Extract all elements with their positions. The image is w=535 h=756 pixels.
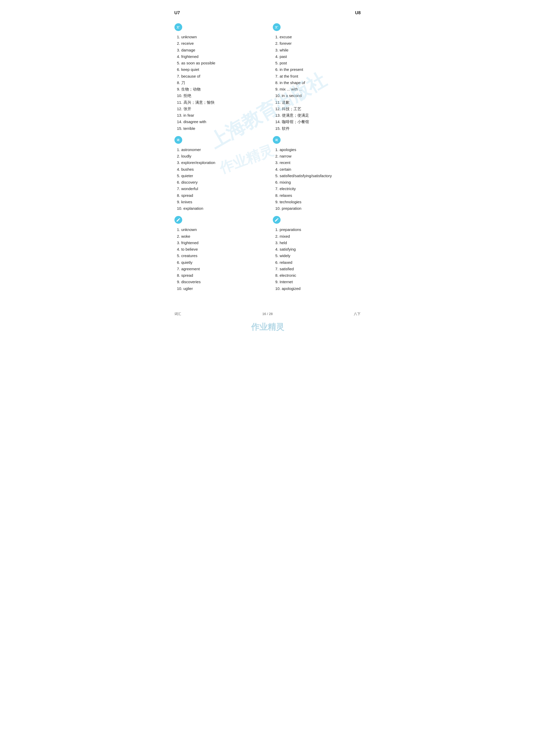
list-item: 5. post bbox=[275, 60, 361, 66]
list-item: 8. relaxes bbox=[275, 192, 361, 198]
svg-text:A: A bbox=[179, 26, 180, 27]
list-item: 10. explanation bbox=[177, 205, 263, 211]
u8-section-ci: 词 1. apologies2. narrow3. recent4. certa… bbox=[273, 136, 361, 212]
list-item: 6. quietly bbox=[177, 259, 263, 265]
list-item: 14. 咖啡馆；小餐馆 bbox=[275, 119, 361, 125]
list-item: 4. bushes bbox=[177, 166, 263, 172]
list-item: 3. frightened bbox=[177, 240, 263, 246]
list-item: 12. 科技；工艺 bbox=[275, 106, 361, 112]
list-item: 1. preparations bbox=[275, 227, 361, 232]
footer-right: 八下 bbox=[354, 312, 360, 316]
list-item: 2. woke bbox=[177, 233, 263, 239]
list-item: 6. keep quiet bbox=[177, 67, 263, 72]
list-item: 3. held bbox=[275, 240, 361, 246]
list-item: 10. 拒绝 bbox=[177, 93, 263, 98]
list-item: 5. quieter bbox=[177, 173, 263, 179]
list-item: 10. uglier bbox=[177, 285, 263, 291]
list-item: 9. mix ... with ... bbox=[275, 86, 361, 92]
list-item: 7. at the front bbox=[275, 73, 361, 79]
list-item: 8. electronic bbox=[275, 272, 361, 278]
list-item: 9. Internet bbox=[275, 279, 361, 285]
u7-section-a-list: 1. unknown2. receive3. damage4. frighten… bbox=[175, 34, 263, 131]
u8-section-write: 1. preparations2. mixed3. held4. satisfy… bbox=[273, 216, 361, 291]
list-item: 5. widely bbox=[275, 253, 361, 258]
list-item: 6. relaxed bbox=[275, 259, 361, 265]
header-right: U8 bbox=[355, 10, 361, 15]
list-item: 3. recent bbox=[275, 160, 361, 166]
u8-section-a-list: 1. excuse2. forever3. while4. past5. pos… bbox=[273, 34, 361, 131]
u7-section-ci: 词 1. astronomer2. loudly3. explorer/expl… bbox=[175, 136, 263, 212]
u7-ci-icon: 词 bbox=[175, 136, 182, 144]
list-item: 4. frightened bbox=[177, 54, 263, 60]
list-item: 1. unknown bbox=[177, 227, 263, 232]
list-item: 7. wonderful bbox=[177, 186, 263, 192]
footer-logo: 作业精灵 bbox=[175, 321, 361, 333]
list-item: 7. because of bbox=[177, 73, 263, 79]
list-item: 1. astronomer bbox=[177, 147, 263, 152]
page-footer: 词汇 16 / 28 八下 bbox=[175, 312, 361, 316]
list-item: 6. mixing bbox=[275, 179, 361, 185]
list-item: 3. while bbox=[275, 47, 361, 53]
u7-wen-icon: 文 A bbox=[175, 23, 182, 31]
list-item: 5. creatures bbox=[177, 253, 263, 258]
list-item: 4. satisfying bbox=[275, 246, 361, 252]
list-item: 1. excuse bbox=[275, 34, 361, 40]
u7-section-a-icon-wrapper: 文 A bbox=[175, 23, 263, 32]
list-item: 7. electricity bbox=[275, 186, 361, 192]
list-item: 14. disagree with bbox=[177, 119, 263, 125]
list-item: 10. in a second bbox=[275, 93, 361, 98]
list-item: 4. past bbox=[275, 54, 361, 60]
u7-section-ci-icon-wrapper: 词 bbox=[175, 136, 263, 145]
u8-section-a: 文 A 1. excuse2. forever3. while4. past5.… bbox=[273, 23, 361, 131]
list-item: 13. in fear bbox=[177, 112, 263, 118]
main-columns: 文 A 1. unknown2. receive3. damage4. frig… bbox=[175, 23, 361, 296]
u8-column: 文 A 1. excuse2. forever3. while4. past5.… bbox=[273, 23, 361, 296]
u7-section-write-list: 1. unknown2. woke3. frightened4. to beli… bbox=[175, 227, 263, 291]
list-item: 2. loudly bbox=[177, 153, 263, 159]
list-item: 9. knives bbox=[177, 199, 263, 205]
header-left: U7 bbox=[175, 10, 180, 15]
list-item: 7. agreement bbox=[177, 266, 263, 272]
u8-ci-icon: 词 bbox=[273, 136, 281, 144]
u7-section-a: 文 A 1. unknown2. receive3. damage4. frig… bbox=[175, 23, 263, 131]
svg-text:词: 词 bbox=[275, 139, 278, 142]
list-item: 10. preparation bbox=[275, 205, 361, 211]
list-item: 10. apologized bbox=[275, 285, 361, 291]
list-item: 3. explorer/exploration bbox=[177, 160, 263, 166]
svg-text:词: 词 bbox=[177, 139, 179, 142]
u7-section-write: 1. unknown2. woke3. frightened4. to beli… bbox=[175, 216, 263, 291]
list-item: 8. 刀 bbox=[177, 80, 263, 86]
u7-section-write-icon-wrapper bbox=[175, 216, 263, 225]
list-item: 7. satisfied bbox=[275, 266, 361, 272]
list-item: 12. 张开 bbox=[177, 106, 263, 112]
u7-section-ci-list: 1. astronomer2. loudly3. explorer/explor… bbox=[175, 147, 263, 212]
list-item: 5. satisfied/satisfying/satisfactory bbox=[275, 173, 361, 179]
list-item: 6. in the present bbox=[275, 67, 361, 72]
list-item: 2. forever bbox=[275, 40, 361, 46]
list-item: 1. unknown bbox=[177, 34, 263, 40]
list-item: 9. 生物；动物 bbox=[177, 86, 263, 92]
u7-write-icon bbox=[175, 216, 182, 224]
list-item: 3. damage bbox=[177, 47, 263, 53]
u8-section-ci-icon-wrapper: 词 bbox=[273, 136, 361, 145]
list-item: 4. to believe bbox=[177, 246, 263, 252]
list-item: 15. 软件 bbox=[275, 125, 361, 131]
svg-text:A: A bbox=[277, 26, 278, 27]
u8-wen-icon: 文 A bbox=[273, 23, 281, 31]
list-item: 6. discovery bbox=[177, 179, 263, 185]
u8-section-ci-list: 1. apologies2. narrow3. recent4. certain… bbox=[273, 147, 361, 212]
list-item: 2. mixed bbox=[275, 233, 361, 239]
page-header: U7 U8 bbox=[175, 10, 361, 15]
list-item: 1. apologies bbox=[275, 147, 361, 152]
list-item: 11. 高兴；满意；愉快 bbox=[177, 99, 263, 105]
list-item: 8. in the shape of bbox=[275, 80, 361, 86]
list-item: 15. terrible bbox=[177, 125, 263, 131]
list-item: 8. spread bbox=[177, 192, 263, 198]
list-item: 13. 使满意；使满足 bbox=[275, 112, 361, 118]
footer-center: 16 / 28 bbox=[263, 312, 273, 316]
footer-left: 词汇 bbox=[175, 312, 181, 316]
list-item: 4. certain bbox=[275, 166, 361, 172]
list-item: 2. narrow bbox=[275, 153, 361, 159]
u7-column: 文 A 1. unknown2. receive3. damage4. frig… bbox=[175, 23, 263, 296]
u8-section-write-list: 1. preparations2. mixed3. held4. satisfy… bbox=[273, 227, 361, 291]
